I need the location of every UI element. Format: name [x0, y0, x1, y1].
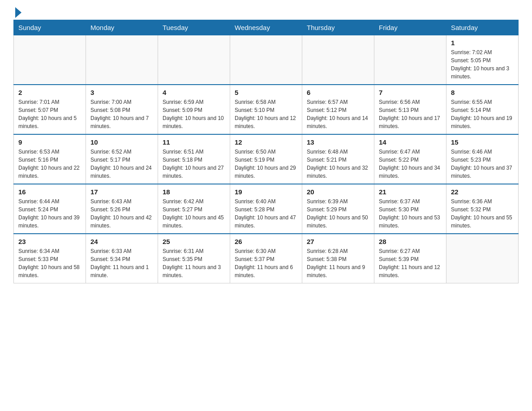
calendar-cell: 18Sunrise: 6:42 AMSunset: 5:27 PMDayligh… [158, 184, 230, 234]
calendar-cell [446, 234, 519, 283]
day-info: Sunrise: 6:36 AMSunset: 5:32 PMDaylight:… [451, 197, 514, 230]
calendar-cell [374, 35, 446, 85]
calendar-cell: 6Sunrise: 6:57 AMSunset: 5:12 PMDaylight… [302, 85, 374, 134]
calendar-cell: 11Sunrise: 6:51 AMSunset: 5:18 PMDayligh… [158, 134, 230, 184]
weekday-header-thursday: Thursday [302, 20, 374, 35]
day-info: Sunrise: 6:28 AMSunset: 5:38 PMDaylight:… [307, 247, 369, 279]
calendar-cell: 23Sunrise: 6:34 AMSunset: 5:33 PMDayligh… [14, 234, 86, 283]
weekday-header-wednesday: Wednesday [230, 20, 302, 35]
calendar-cell: 1Sunrise: 7:02 AMSunset: 5:05 PMDaylight… [446, 35, 519, 85]
day-info: Sunrise: 6:50 AMSunset: 5:19 PMDaylight:… [235, 148, 297, 180]
calendar-week-row: 16Sunrise: 6:44 AMSunset: 5:24 PMDayligh… [14, 184, 519, 234]
calendar-cell: 20Sunrise: 6:39 AMSunset: 5:29 PMDayligh… [302, 184, 374, 234]
day-info: Sunrise: 6:52 AMSunset: 5:17 PMDaylight:… [90, 148, 153, 180]
day-info: Sunrise: 6:46 AMSunset: 5:23 PMDaylight:… [451, 148, 514, 180]
day-number: 3 [90, 89, 153, 96]
calendar-cell: 22Sunrise: 6:36 AMSunset: 5:32 PMDayligh… [446, 184, 519, 234]
calendar-cell: 25Sunrise: 6:31 AMSunset: 5:35 PMDayligh… [158, 234, 230, 283]
calendar-cell: 8Sunrise: 6:55 AMSunset: 5:14 PMDaylight… [446, 85, 519, 134]
day-info: Sunrise: 6:55 AMSunset: 5:14 PMDaylight:… [451, 98, 514, 130]
day-number: 13 [307, 138, 369, 146]
day-info: Sunrise: 6:43 AMSunset: 5:26 PMDaylight:… [90, 197, 153, 230]
day-number: 22 [451, 188, 514, 196]
day-info: Sunrise: 6:58 AMSunset: 5:10 PMDaylight:… [235, 98, 297, 130]
day-info: Sunrise: 6:57 AMSunset: 5:12 PMDaylight:… [307, 98, 369, 130]
calendar-cell: 3Sunrise: 7:00 AMSunset: 5:08 PMDaylight… [86, 85, 158, 134]
page-header [13, 9, 519, 15]
day-number: 24 [90, 238, 153, 245]
calendar-cell: 19Sunrise: 6:40 AMSunset: 5:28 PMDayligh… [230, 184, 302, 234]
calendar-week-row: 23Sunrise: 6:34 AMSunset: 5:33 PMDayligh… [14, 234, 519, 283]
calendar-cell: 21Sunrise: 6:37 AMSunset: 5:30 PMDayligh… [374, 184, 446, 234]
day-number: 19 [235, 188, 297, 196]
day-info: Sunrise: 6:44 AMSunset: 5:24 PMDaylight:… [18, 197, 81, 230]
day-info: Sunrise: 6:30 AMSunset: 5:37 PMDaylight:… [235, 247, 297, 279]
calendar-cell: 9Sunrise: 6:53 AMSunset: 5:16 PMDaylight… [14, 134, 86, 184]
day-number: 2 [18, 89, 81, 96]
calendar-cell: 14Sunrise: 6:47 AMSunset: 5:22 PMDayligh… [374, 134, 446, 184]
calendar-cell [230, 35, 302, 85]
calendar-cell: 15Sunrise: 6:46 AMSunset: 5:23 PMDayligh… [446, 134, 519, 184]
day-number: 4 [163, 89, 225, 96]
logo [13, 9, 21, 15]
calendar-cell: 10Sunrise: 6:52 AMSunset: 5:17 PMDayligh… [86, 134, 158, 184]
day-info: Sunrise: 6:27 AMSunset: 5:39 PMDaylight:… [379, 247, 442, 279]
calendar-week-row: 2Sunrise: 7:01 AMSunset: 5:07 PMDaylight… [14, 85, 519, 134]
day-number: 5 [235, 89, 297, 96]
weekday-header-row: SundayMondayTuesdayWednesdayThursdayFrid… [14, 20, 519, 35]
day-info: Sunrise: 6:51 AMSunset: 5:18 PMDaylight:… [163, 148, 225, 180]
day-number: 23 [18, 238, 81, 245]
day-info: Sunrise: 6:37 AMSunset: 5:30 PMDaylight:… [379, 197, 442, 230]
day-info: Sunrise: 6:40 AMSunset: 5:28 PMDaylight:… [235, 197, 297, 230]
weekday-header-friday: Friday [374, 20, 446, 35]
day-info: Sunrise: 6:53 AMSunset: 5:16 PMDaylight:… [18, 148, 81, 180]
day-info: Sunrise: 6:47 AMSunset: 5:22 PMDaylight:… [379, 148, 442, 180]
calendar-cell: 2Sunrise: 7:01 AMSunset: 5:07 PMDaylight… [14, 85, 86, 134]
calendar-cell: 17Sunrise: 6:43 AMSunset: 5:26 PMDayligh… [86, 184, 158, 234]
day-number: 26 [235, 238, 297, 245]
day-number: 16 [18, 188, 81, 196]
calendar-week-row: 9Sunrise: 6:53 AMSunset: 5:16 PMDaylight… [14, 134, 519, 184]
calendar-cell [302, 35, 374, 85]
weekday-header-monday: Monday [86, 20, 158, 35]
day-number: 9 [18, 138, 81, 146]
calendar-cell: 28Sunrise: 6:27 AMSunset: 5:39 PMDayligh… [374, 234, 446, 283]
day-number: 1 [451, 39, 514, 47]
day-number: 11 [163, 138, 225, 146]
day-info: Sunrise: 6:39 AMSunset: 5:29 PMDaylight:… [307, 197, 369, 230]
day-number: 27 [307, 238, 369, 245]
calendar-week-row: 1Sunrise: 7:02 AMSunset: 5:05 PMDaylight… [14, 35, 519, 85]
day-info: Sunrise: 6:48 AMSunset: 5:21 PMDaylight:… [307, 148, 369, 180]
day-info: Sunrise: 7:01 AMSunset: 5:07 PMDaylight:… [18, 98, 81, 130]
day-info: Sunrise: 6:59 AMSunset: 5:09 PMDaylight:… [163, 98, 225, 130]
weekday-header-saturday: Saturday [446, 20, 519, 35]
calendar-table: SundayMondayTuesdayWednesdayThursdayFrid… [13, 20, 519, 283]
logo-arrow-icon [15, 7, 21, 18]
day-number: 15 [451, 138, 514, 146]
day-number: 12 [235, 138, 297, 146]
day-info: Sunrise: 6:31 AMSunset: 5:35 PMDaylight:… [163, 247, 225, 279]
calendar-cell: 5Sunrise: 6:58 AMSunset: 5:10 PMDaylight… [230, 85, 302, 134]
day-number: 14 [379, 138, 442, 146]
day-number: 10 [90, 138, 153, 146]
day-info: Sunrise: 7:00 AMSunset: 5:08 PMDaylight:… [90, 98, 153, 130]
day-number: 6 [307, 89, 369, 96]
calendar-cell [14, 35, 86, 85]
weekday-header-tuesday: Tuesday [158, 20, 230, 35]
calendar-cell: 12Sunrise: 6:50 AMSunset: 5:19 PMDayligh… [230, 134, 302, 184]
day-info: Sunrise: 6:34 AMSunset: 5:33 PMDaylight:… [18, 247, 81, 279]
calendar-cell [158, 35, 230, 85]
day-number: 8 [451, 89, 514, 96]
calendar-cell: 13Sunrise: 6:48 AMSunset: 5:21 PMDayligh… [302, 134, 374, 184]
day-number: 20 [307, 188, 369, 196]
day-number: 28 [379, 238, 442, 245]
day-number: 7 [379, 89, 442, 96]
weekday-header-sunday: Sunday [14, 20, 86, 35]
day-info: Sunrise: 6:33 AMSunset: 5:34 PMDaylight:… [90, 247, 153, 279]
calendar-cell: 24Sunrise: 6:33 AMSunset: 5:34 PMDayligh… [86, 234, 158, 283]
calendar-cell: 4Sunrise: 6:59 AMSunset: 5:09 PMDaylight… [158, 85, 230, 134]
day-number: 17 [90, 188, 153, 196]
day-number: 25 [163, 238, 225, 245]
calendar-cell [86, 35, 158, 85]
calendar-cell: 7Sunrise: 6:56 AMSunset: 5:13 PMDaylight… [374, 85, 446, 134]
